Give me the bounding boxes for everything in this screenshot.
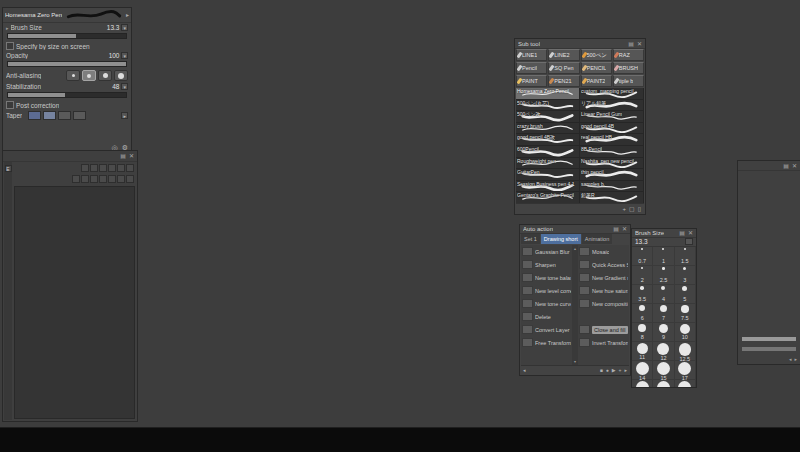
- record-icon[interactable]: ●: [606, 367, 609, 373]
- brush-list-item[interactable]: samples b.: [580, 181, 644, 193]
- toolbar-icon[interactable]: [99, 164, 107, 172]
- brush-list-item[interactable]: Roughweight pen: [516, 158, 580, 170]
- scroll-right-icon[interactable]: ▸: [794, 356, 797, 362]
- close-icon[interactable]: ✕: [622, 226, 627, 232]
- specify-by-size-checkbox[interactable]: [6, 42, 14, 50]
- brush-list-item[interactable]: 500ペン改: [516, 111, 580, 123]
- auto-action-item[interactable]: Gaussian Blur: [521, 245, 572, 258]
- brush-size-preset[interactable]: 2.5: [653, 266, 674, 285]
- scroll-left-icon[interactable]: ◂: [789, 356, 792, 362]
- toolbar-icon[interactable]: [126, 175, 134, 183]
- stabilization-dynamics-button[interactable]: ▾: [121, 83, 128, 90]
- subtool-group-button[interactable]: PEN21: [548, 75, 579, 87]
- toolbar-icon[interactable]: [108, 164, 116, 172]
- brush-list-item[interactable]: custom_mapping pencil: [580, 88, 644, 100]
- auto-action-item[interactable]: New tone curve layer: [521, 297, 572, 310]
- subtool-group-button[interactable]: Pencil: [516, 62, 547, 74]
- auto-action-item[interactable]: Quick Access Set: [578, 258, 629, 271]
- auto-action-item[interactable]: [578, 310, 629, 323]
- toolbar-icon[interactable]: [117, 175, 125, 183]
- close-icon[interactable]: ✕: [129, 153, 134, 159]
- toolbar-icon[interactable]: [81, 175, 89, 183]
- add-subtool-icon[interactable]: +: [623, 206, 627, 212]
- tab-drawing-short[interactable]: Drawing short: [541, 234, 581, 244]
- taper-expand-button[interactable]: ▸: [121, 112, 128, 119]
- panel-menu-icon[interactable]: ▤: [120, 153, 126, 159]
- brush-size-preset[interactable]: 1.5: [675, 247, 696, 266]
- brush-list-item[interactable]: Session Business pen 4.1: [516, 181, 580, 193]
- auto-action-item[interactable]: Convert Layer: [521, 323, 572, 336]
- brush-size-current-value[interactable]: 13.3: [635, 238, 648, 245]
- opacity-value[interactable]: 100: [109, 52, 120, 59]
- panel-expand-icon[interactable]: ▸: [126, 12, 129, 18]
- brush-list-item[interactable]: リアル鉛筆: [580, 100, 644, 112]
- brush-size-preset[interactable]: 1: [653, 247, 674, 266]
- scroll-right-icon[interactable]: ▸: [624, 367, 627, 373]
- slider-bar[interactable]: [742, 347, 796, 351]
- brush-size-preset[interactable]: 30: [675, 380, 696, 387]
- subtool-group-button[interactable]: SQ Pen: [548, 62, 579, 74]
- brush-size-value[interactable]: 13.3: [107, 24, 120, 31]
- antialias-none-button[interactable]: [66, 70, 80, 81]
- auto-action-item[interactable]: New hue saturati: [578, 284, 629, 297]
- subtool-group-button[interactable]: PENCIL: [581, 62, 612, 74]
- auto-action-item[interactable]: Sharpen: [521, 258, 572, 271]
- stabilization-slider[interactable]: [7, 92, 127, 98]
- effect-icon[interactable]: E: [5, 165, 12, 172]
- auto-action-item[interactable]: New composition: [578, 297, 629, 310]
- panel-menu-icon[interactable]: ▤: [679, 230, 685, 236]
- subtool-group-button[interactable]: BRUSH: [613, 62, 644, 74]
- brush-list-item[interactable]: thin pencil: [580, 169, 644, 181]
- auto-action-item[interactable]: New tone balance: [521, 271, 572, 284]
- auto-action-item[interactable]: Mosaic: [578, 245, 629, 258]
- panel-menu-icon[interactable]: ▤: [628, 41, 634, 47]
- brush-size-preset[interactable]: 9: [653, 323, 674, 342]
- expander-icon[interactable]: ▸: [6, 25, 9, 31]
- brush-list-item[interactable]: Homesama Zero Pencil: [516, 88, 580, 100]
- antialias-weak-button[interactable]: [82, 70, 96, 81]
- subtool-group-button[interactable]: LINE2: [548, 49, 579, 61]
- toolbar-icon[interactable]: [117, 164, 125, 172]
- auto-action-item[interactable]: New Gradient ma: [578, 271, 629, 284]
- brush-size-preset[interactable]: 20: [632, 380, 653, 387]
- brush-size-slider[interactable]: [7, 33, 127, 39]
- stop-icon[interactable]: ■: [600, 367, 603, 373]
- brush-size-preset[interactable]: 25: [653, 380, 674, 387]
- auto-action-item[interactable]: Free Transform: [521, 336, 572, 349]
- brush-size-preset[interactable]: 8: [632, 323, 653, 342]
- taper-swatch[interactable]: [43, 111, 56, 120]
- scroll-down-icon[interactable]: ▾: [574, 359, 576, 364]
- brush-size-preset[interactable]: 11: [632, 342, 653, 361]
- auto-action-item[interactable]: Invert Transformation: [578, 336, 629, 349]
- auto-action-item[interactable]: Close and fill: [578, 323, 629, 336]
- brush-list-item[interactable]: Nashita_pen new pencil: [580, 158, 644, 170]
- brush-list-item[interactable]: GuitarPen: [516, 169, 580, 181]
- close-icon[interactable]: ✕: [637, 41, 642, 47]
- brush-size-preset[interactable]: 5: [675, 285, 696, 304]
- subtool-group-button[interactable]: tiple b: [613, 75, 644, 87]
- toolbar-icon[interactable]: [99, 175, 107, 183]
- brush-size-preset[interactable]: 7.5: [675, 304, 696, 323]
- opacity-dynamics-button[interactable]: ▾: [121, 52, 128, 59]
- brush-size-preset[interactable]: 3.5: [632, 285, 653, 304]
- subtool-group-button[interactable]: LINE1: [516, 49, 547, 61]
- antialias-medium-button[interactable]: [98, 70, 112, 81]
- subtool-group-button[interactable]: RAZ: [613, 49, 644, 61]
- brush-list-item[interactable]: crazy brush: [516, 123, 580, 135]
- brush-list-item[interactable]: good pencil 4B: [580, 123, 644, 135]
- slider-bar[interactable]: [742, 337, 796, 341]
- add-action-icon[interactable]: +: [619, 367, 622, 373]
- taper-swatch[interactable]: [28, 111, 41, 120]
- play-icon[interactable]: ▶: [612, 367, 616, 373]
- brush-size-preset[interactable]: 12.5: [675, 342, 696, 361]
- auto-action-item[interactable]: New level correction: [521, 284, 572, 297]
- brush-size-preset[interactable]: 14: [632, 361, 653, 380]
- brush-size-preset[interactable]: 7: [653, 304, 674, 323]
- brush-size-dynamics-button[interactable]: ▾: [121, 24, 128, 31]
- brush-size-preset[interactable]: 12: [653, 342, 674, 361]
- close-icon[interactable]: ✕: [792, 163, 797, 169]
- brush-size-preset[interactable]: 10: [675, 323, 696, 342]
- toolbar-icon[interactable]: [90, 175, 98, 183]
- brush-size-preset[interactable]: 17: [675, 361, 696, 380]
- auto-action-item[interactable]: Delete: [521, 310, 572, 323]
